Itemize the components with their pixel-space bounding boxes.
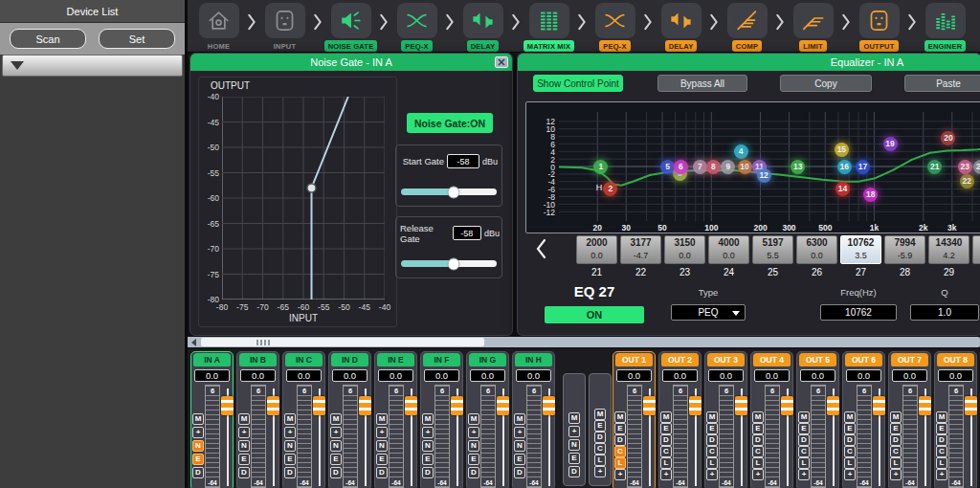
channel-button-plus[interactable]: +: [238, 427, 250, 438]
channel-button-d[interactable]: D: [614, 434, 626, 446]
channel-strip-out-3[interactable]: OUT 30.06-64MEDCL+: [704, 351, 747, 488]
fader-handle[interactable]: [543, 396, 555, 415]
channel-button-plus[interactable]: +: [614, 469, 626, 480]
eq-band-cell-28[interactable]: 7994-5.9: [884, 235, 925, 264]
master-strip-2[interactable]: MEDCL+: [589, 373, 612, 486]
channel-button-n[interactable]: N: [192, 440, 204, 452]
fader-handle[interactable]: [313, 396, 325, 415]
channel-button-plus[interactable]: +: [936, 469, 947, 480]
channel-gain-value[interactable]: 0.0: [938, 369, 973, 382]
eq-control-point-18[interactable]: 18: [863, 188, 878, 202]
master-button-d[interactable]: D: [568, 466, 580, 477]
eq-control-point-16[interactable]: 16: [837, 160, 852, 174]
channel-gain-value[interactable]: 0.0: [332, 369, 368, 382]
channel-button-m[interactable]: M: [844, 411, 856, 423]
channel-button-m[interactable]: M: [192, 413, 204, 425]
scrollbar-handle[interactable]: [201, 338, 484, 346]
channel-button-e[interactable]: E: [284, 454, 296, 465]
eq-control-point-4[interactable]: 4: [734, 144, 748, 159]
channel-button-d[interactable]: D: [514, 467, 525, 478]
freq-input[interactable]: 10762: [820, 304, 897, 321]
channel-gain-value[interactable]: 0.0: [892, 369, 927, 382]
eq-control-point-13[interactable]: 13: [791, 160, 805, 174]
eq-control-point-23[interactable]: 23: [958, 160, 972, 174]
channel-button-n[interactable]: N: [238, 440, 250, 452]
channel-button-d[interactable]: D: [422, 467, 434, 478]
channel-button-c[interactable]: C: [890, 446, 902, 457]
fader-handle[interactable]: [781, 396, 793, 415]
eq-control-point-9[interactable]: 9: [721, 160, 735, 174]
eq-band-on-button[interactable]: ON: [545, 306, 644, 323]
fader-handle[interactable]: [735, 396, 747, 415]
master-button-plus[interactable]: +: [594, 466, 606, 477]
release-gate-value[interactable]: -58: [453, 226, 481, 240]
eq-control-point-21[interactable]: 21: [927, 160, 942, 174]
master-button-e[interactable]: E: [594, 420, 606, 432]
eq-band-cell-24[interactable]: 40000.0: [708, 235, 749, 264]
master-button-c[interactable]: C: [594, 443, 606, 455]
channel-button-l[interactable]: L: [706, 457, 718, 469]
channel-button-e[interactable]: E: [614, 423, 626, 434]
channel-gain-value[interactable]: 0.0: [424, 369, 459, 382]
noise-gate-plot[interactable]: [222, 97, 385, 299]
eq-band-cell-27[interactable]: 107623.5: [840, 235, 881, 264]
toolbar-item-input[interactable]: INPUT: [256, 3, 314, 52]
channel-button-n[interactable]: N: [514, 440, 525, 452]
channel-button-e[interactable]: E: [706, 423, 718, 434]
channel-button-e[interactable]: E: [192, 454, 204, 465]
eq-band-cell-22[interactable]: 3177-4.7: [620, 235, 661, 264]
release-gate-slider[interactable]: [401, 260, 497, 267]
channel-gain-value[interactable]: 0.0: [616, 369, 652, 382]
channel-button-e[interactable]: E: [844, 423, 856, 434]
channel-strip-out-5[interactable]: OUT 50.06-64MEDCL+: [796, 351, 839, 488]
eq-control-point-20[interactable]: 20: [941, 131, 955, 145]
channel-button-d[interactable]: D: [238, 467, 250, 478]
master-button-e[interactable]: E: [568, 453, 580, 464]
fader-handle[interactable]: [267, 396, 279, 415]
channel-button-plus[interactable]: +: [844, 469, 856, 480]
channel-strip-in-h[interactable]: IN H0.06-64M+NED: [512, 351, 555, 488]
channel-button-plus[interactable]: +: [798, 469, 810, 480]
channel-button-d[interactable]: D: [890, 434, 902, 446]
eq-control-point-22[interactable]: 22: [960, 174, 974, 189]
fader-handle[interactable]: [497, 396, 509, 415]
channel-button-l[interactable]: L: [614, 457, 626, 469]
noise-gate-on-button[interactable]: Noise Gate:ON: [407, 113, 493, 133]
master-button-m[interactable]: M: [568, 412, 580, 424]
toolbar-item-comp[interactable]: COMP: [718, 3, 776, 52]
channel-gain-value[interactable]: 0.0: [516, 369, 551, 382]
master-button-n[interactable]: N: [568, 439, 580, 451]
channel-strip-out-6[interactable]: OUT 60.06-64MEDCL+: [842, 351, 885, 488]
fader-handle[interactable]: [405, 396, 417, 415]
channel-button-d[interactable]: D: [706, 434, 718, 446]
workspace-horizontal-scrollbar[interactable]: [188, 337, 980, 347]
toolbar-item-noise-gate[interactable]: NOISE GATE: [322, 3, 380, 52]
toolbar-item-enginer[interactable]: ENGINER: [916, 3, 974, 52]
channel-button-n[interactable]: N: [468, 440, 479, 452]
channel-button-plus[interactable]: +: [752, 469, 764, 480]
eq-control-point-2[interactable]: 2H: [603, 182, 617, 196]
master-button-plus[interactable]: +: [568, 426, 580, 437]
channel-button-m[interactable]: M: [238, 413, 250, 425]
fader-handle[interactable]: [221, 396, 234, 415]
channel-button-d[interactable]: D: [660, 434, 672, 446]
channel-strip-out-2[interactable]: OUT 20.06-64MEDCL+: [658, 351, 702, 488]
master-button-d[interactable]: D: [594, 432, 606, 443]
channel-button-l[interactable]: L: [936, 457, 947, 469]
channel-button-e[interactable]: E: [238, 454, 250, 465]
channel-button-e[interactable]: E: [660, 423, 672, 434]
channel-gain-value[interactable]: 0.0: [286, 369, 322, 382]
master-button-m[interactable]: M: [594, 409, 606, 420]
channel-button-m[interactable]: M: [752, 411, 764, 423]
toolbar-item-peq-x[interactable]: PEQ-X: [586, 3, 644, 52]
channel-button-c[interactable]: C: [660, 446, 672, 457]
toolbar-item-output[interactable]: OUTPUT: [850, 3, 908, 52]
bypass-all-button[interactable]: Bypass All: [657, 75, 747, 92]
channel-strip-out-4[interactable]: OUT 40.06-64MEDCL+: [750, 351, 793, 488]
channel-button-l[interactable]: L: [844, 457, 856, 469]
channel-gain-value[interactable]: 0.0: [662, 369, 698, 382]
channel-strip-in-d[interactable]: IN D0.06-64M+NED: [328, 351, 371, 488]
toolbar-item-peq-x[interactable]: PEQ-X: [388, 3, 446, 52]
eq-control-point-12[interactable]: 12: [757, 168, 771, 183]
eq-control-point-1[interactable]: 1: [593, 160, 608, 174]
